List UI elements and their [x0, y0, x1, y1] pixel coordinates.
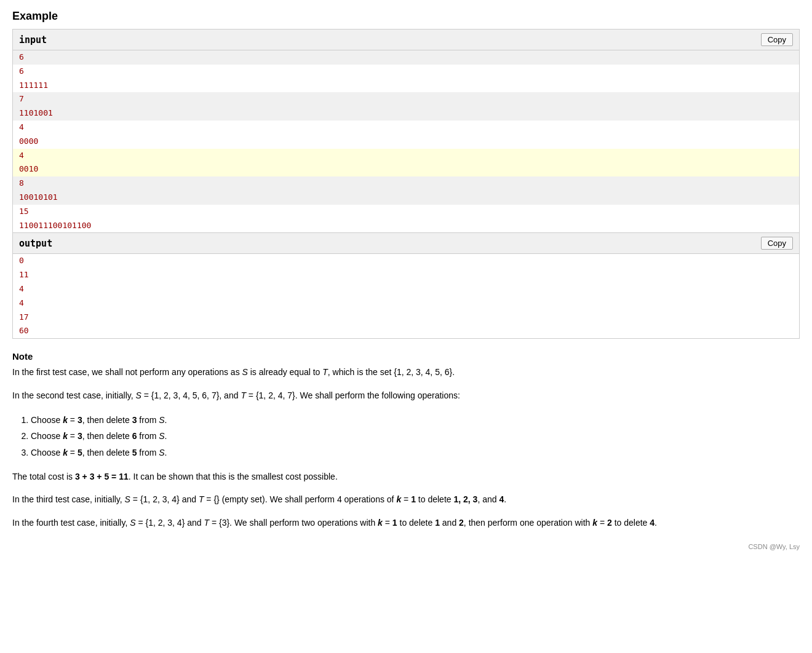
input-line-7: 4: [13, 149, 799, 163]
note-paragraph-4: In the third test case, initially, S = {…: [12, 493, 800, 507]
watermark: CSDN @Wy, Lsy: [12, 543, 800, 550]
input-line-6: 0000: [13, 135, 799, 149]
note-paragraph-1: In the first test case, we shall not per…: [12, 365, 800, 380]
list-item: Choose k = 3, then delete 6 from S.: [31, 428, 800, 445]
list-item: Choose k = 3, then delete 3 from S.: [31, 412, 800, 429]
input-line-11: 15: [13, 205, 799, 219]
output-label: output: [19, 238, 52, 249]
input-line-5: 4: [13, 121, 799, 135]
output-line-5: 60: [13, 324, 799, 338]
note-list: Choose k = 3, then delete 3 from S. Choo…: [31, 412, 800, 461]
input-line-2: 111111: [13, 79, 799, 93]
note-section: Note In the first test case, we shall no…: [12, 351, 800, 531]
input-block: input Copy 66111111711010014000040010810…: [12, 29, 800, 233]
list-item: Choose k = 5, then delete 5 from S.: [31, 445, 800, 461]
output-line-3: 4: [13, 296, 799, 311]
output-line-0: 0: [13, 254, 799, 268]
output-line-1: 11: [13, 268, 799, 282]
input-line-10: 10010101: [13, 191, 799, 205]
input-line-4: 1101001: [13, 106, 799, 121]
input-header: input Copy: [13, 30, 799, 50]
input-label: input: [19, 34, 47, 46]
section-title: Example: [12, 10, 800, 23]
example-section: Example input Copy 661111117110100140000…: [12, 10, 800, 339]
note-paragraph-5: In the fourth test case, initially, S = …: [12, 516, 800, 531]
input-line-8: 0010: [13, 162, 799, 176]
input-line-1: 6: [13, 65, 799, 79]
output-line-2: 4: [13, 282, 799, 296]
output-code-block: 011441760: [13, 254, 799, 338]
input-code-block: 6611111171101001400004001081001010115110…: [13, 50, 799, 232]
output-copy-button[interactable]: Copy: [761, 237, 793, 250]
output-header: output Copy: [13, 233, 799, 254]
input-line-9: 8: [13, 176, 799, 191]
note-paragraph-3: The total cost is 3 + 3 + 5 = 11. It can…: [12, 470, 800, 485]
input-line-0: 6: [13, 50, 799, 65]
note-title: Note: [12, 351, 800, 362]
input-line-3: 7: [13, 92, 799, 106]
note-paragraph-2: In the second test case, initially, S = …: [12, 389, 800, 403]
output-line-4: 17: [13, 311, 799, 325]
input-line-12: 110011100101100: [13, 219, 799, 233]
output-block: output Copy 011441760: [12, 233, 800, 339]
input-copy-button[interactable]: Copy: [761, 33, 793, 46]
